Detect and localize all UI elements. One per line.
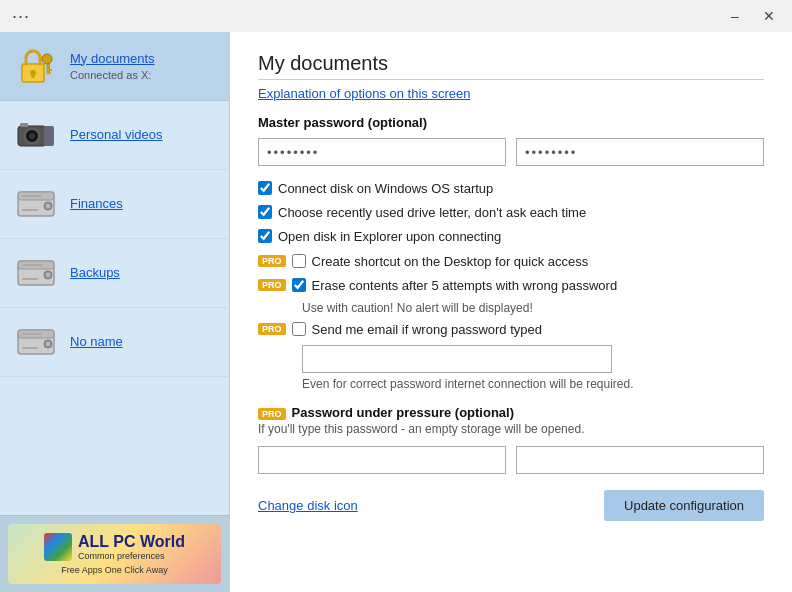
- camera-icon: [12, 111, 60, 159]
- sidebar-item-personal-videos-label: Personal videos: [70, 127, 163, 144]
- update-configuration-button[interactable]: Update configuration: [604, 490, 764, 521]
- create-shortcut-label: Create shortcut on the Desktop for quick…: [312, 253, 589, 271]
- sidebar-item-my-documents[interactable]: My documents Connected as X:: [0, 32, 229, 101]
- footer-brand-name: ALL PC World: [78, 533, 185, 551]
- recently-used-letter-label: Choose recently used drive letter, don't…: [278, 204, 586, 222]
- footer-brand-area: ALL PC World Common preferences Free App…: [8, 524, 221, 584]
- pressure-password-input[interactable]: [258, 446, 506, 474]
- svg-rect-23: [22, 278, 38, 280]
- pro-badge-email: PRO: [258, 323, 286, 335]
- option-open-in-explorer: Open disk in Explorer upon connecting: [258, 228, 764, 246]
- sidebar-item-finances-text: Finances: [70, 196, 123, 213]
- svg-rect-11: [44, 126, 54, 146]
- main-content: My documents Explanation of options on t…: [230, 32, 792, 592]
- pro-badge-shortcut: PRO: [258, 255, 286, 267]
- password-row: [258, 138, 764, 166]
- svg-rect-29: [22, 347, 38, 349]
- sidebar-item-backups-text: Backups: [70, 265, 120, 282]
- option-connect-on-startup: Connect disk on Windows OS startup: [258, 180, 764, 198]
- footer-sub-tagline: Free Apps One Click Away: [61, 565, 167, 575]
- pressure-password-confirm-input[interactable]: [516, 446, 764, 474]
- svg-rect-6: [47, 72, 51, 74]
- connect-on-startup-checkbox[interactable]: [258, 181, 272, 195]
- svg-rect-2: [32, 73, 35, 78]
- app-body: My documents Connected as X:: [0, 32, 792, 592]
- pressure-inputs: [258, 446, 764, 474]
- svg-point-3: [42, 54, 52, 64]
- email-input-row: [302, 345, 764, 373]
- lock-key-icon: [12, 42, 60, 90]
- svg-point-22: [46, 273, 50, 277]
- svg-point-10: [29, 133, 35, 139]
- minimize-button[interactable]: –: [720, 5, 750, 27]
- hdd-finances-icon: [12, 180, 60, 228]
- master-password-label: Master password (optional): [258, 115, 764, 130]
- email-input[interactable]: [302, 345, 612, 373]
- recently-used-letter-checkbox[interactable]: [258, 205, 272, 219]
- sidebar-item-no-name[interactable]: No name: [0, 308, 229, 377]
- sidebar-item-personal-videos[interactable]: Personal videos: [0, 101, 229, 170]
- connect-on-startup-label: Connect disk on Windows OS startup: [278, 180, 493, 198]
- option-create-shortcut: PRO Create shortcut on the Desktop for q…: [258, 253, 764, 271]
- sidebar-item-personal-videos-text: Personal videos: [70, 127, 163, 144]
- option-send-email: PRO Send me email if wrong password type…: [258, 321, 764, 339]
- title-bar-dots: ···: [8, 6, 30, 27]
- option-recently-used-letter: Choose recently used drive letter, don't…: [258, 204, 764, 222]
- create-shortcut-checkbox[interactable]: [292, 254, 306, 268]
- sidebar-item-finances-label: Finances: [70, 196, 123, 213]
- sidebar-item-backups[interactable]: Backups: [0, 239, 229, 308]
- pressure-label: PROPassword under pressure (optional): [258, 405, 764, 420]
- master-password-confirm-input[interactable]: [516, 138, 764, 166]
- sidebar-item-my-documents-sublabel: Connected as X:: [70, 69, 155, 81]
- master-password-input[interactable]: [258, 138, 506, 166]
- change-disk-icon-button[interactable]: Change disk icon: [258, 498, 358, 513]
- erase-contents-checkbox[interactable]: [292, 278, 306, 292]
- hdd-backups-icon: [12, 249, 60, 297]
- pressure-sub: If you'll type this password - an empty …: [258, 422, 764, 436]
- email-note: Even for correct password internet conne…: [302, 377, 764, 391]
- svg-rect-12: [20, 123, 28, 127]
- send-email-label: Send me email if wrong password typed: [312, 321, 543, 339]
- svg-rect-30: [22, 333, 42, 335]
- sidebar-item-finances[interactable]: Finances: [0, 170, 229, 239]
- page-title: My documents: [258, 52, 764, 80]
- sidebar: My documents Connected as X:: [0, 32, 230, 592]
- erase-contents-label: Erase contents after 5 attempts with wro…: [312, 277, 618, 295]
- svg-rect-5: [47, 69, 52, 71]
- svg-rect-17: [22, 209, 38, 211]
- svg-rect-18: [22, 195, 42, 197]
- svg-rect-24: [22, 264, 42, 266]
- svg-point-16: [46, 204, 50, 208]
- caution-text: Use with caution! No alert will be displ…: [302, 301, 764, 315]
- sidebar-item-no-name-label: No name: [70, 334, 123, 351]
- open-in-explorer-label: Open disk in Explorer upon connecting: [278, 228, 501, 246]
- pro-badge-pressure: PRO: [258, 408, 286, 420]
- pressure-section: PROPassword under pressure (optional) If…: [258, 405, 764, 474]
- close-button[interactable]: ✕: [754, 5, 784, 27]
- send-email-checkbox[interactable]: [292, 322, 306, 336]
- sidebar-item-backups-label: Backups: [70, 265, 120, 282]
- explanation-link[interactable]: Explanation of options on this screen: [258, 86, 764, 101]
- option-erase-contents: PRO Erase contents after 5 attempts with…: [258, 277, 764, 295]
- title-bar: ··· – ✕: [0, 0, 792, 32]
- sidebar-item-my-documents-text: My documents Connected as X:: [70, 51, 155, 82]
- footer-actions: Change disk icon Update configuration: [258, 490, 764, 521]
- open-in-explorer-checkbox[interactable]: [258, 229, 272, 243]
- hdd-noname-icon: [12, 318, 60, 366]
- sidebar-footer: ALL PC World Common preferences Free App…: [0, 515, 229, 592]
- pro-badge-erase: PRO: [258, 279, 286, 291]
- svg-point-28: [46, 342, 50, 346]
- sidebar-item-my-documents-label: My documents: [70, 51, 155, 68]
- footer-tagline: Common preferences: [78, 551, 185, 561]
- sidebar-item-no-name-text: No name: [70, 334, 123, 351]
